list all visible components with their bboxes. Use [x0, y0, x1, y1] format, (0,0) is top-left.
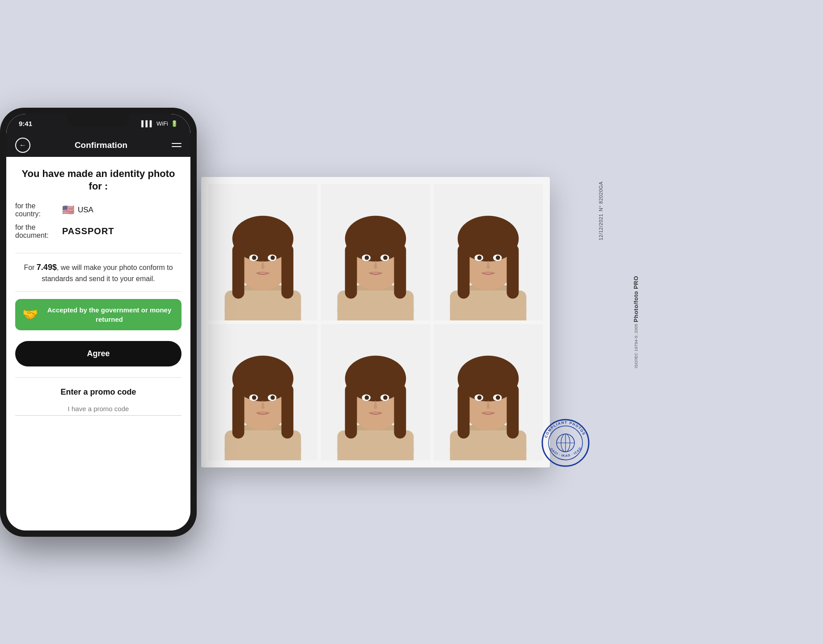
country-row: for the country: 🇺🇸 USA [15, 202, 181, 218]
price-amount: 7.49$ [37, 263, 57, 272]
menu-line-1 [172, 143, 181, 144]
phone-notch [67, 114, 130, 126]
info-section: for the country: 🇺🇸 USA for the document… [15, 202, 181, 253]
country-value: 🇺🇸 USA [62, 204, 93, 216]
back-icon: ← [19, 141, 26, 149]
svg-point-49 [270, 395, 275, 400]
svg-rect-32 [458, 244, 470, 299]
guarantee-banner: 🤝 Accepted by the government or money re… [15, 299, 181, 330]
photo-cell-1 [208, 184, 317, 320]
sheet-standard: ISO/IEC 19794-5: 2005 [634, 324, 638, 368]
wifi-icon: WiFi [156, 120, 168, 127]
country-flag: 🇺🇸 [62, 204, 74, 216]
svg-rect-9 [281, 244, 293, 299]
photo-sheet-wrapper: N° 82020GA 12/12/2021 Photo/foto PRO ISO… [201, 177, 550, 467]
country-name: USA [78, 206, 93, 215]
svg-point-48 [252, 395, 257, 400]
handshake-icon: 🤝 [22, 307, 38, 322]
svg-point-12 [252, 255, 257, 260]
svg-point-13 [270, 255, 275, 260]
price-text: For 7.49$, we will make your photo confo… [15, 261, 181, 284]
svg-point-73 [496, 395, 500, 400]
back-button[interactable]: ← [15, 138, 30, 153]
compliance-stamp: COMPLIANT PHOTOS OACI · IKAO · ICAO · CA… [541, 418, 586, 463]
document-name: PASSPORT [62, 226, 114, 236]
promo-title: Enter a promo code [15, 387, 181, 397]
sheet-serial: N° 82020GA [598, 181, 604, 211]
country-label: for the country: [15, 202, 62, 218]
svg-rect-69 [506, 384, 519, 438]
svg-point-72 [477, 395, 482, 400]
document-label: for the document: [15, 223, 62, 240]
photo-grid [208, 184, 543, 460]
svg-point-61 [383, 395, 388, 400]
svg-point-24 [365, 255, 369, 260]
headline-text: You have made an identity photo for : [15, 168, 181, 193]
photo-cell-5 [321, 324, 430, 460]
svg-rect-33 [506, 244, 519, 299]
svg-rect-45 [281, 384, 293, 438]
price-section: For 7.49$, we will make your photo confo… [15, 253, 181, 292]
phone-body: 9:41 ▌▌▌ WiFi 🔋 ← Confirmation [0, 108, 197, 537]
status-icons: ▌▌▌ WiFi 🔋 [141, 120, 178, 127]
promo-section: Enter a promo code [15, 383, 181, 419]
svg-point-36 [477, 255, 482, 260]
photo-cell-2 [321, 184, 430, 320]
svg-rect-57 [394, 384, 406, 438]
divider [15, 377, 181, 378]
sheet-brand: Photo/foto PRO [633, 276, 639, 322]
menu-line-2 [172, 146, 181, 147]
svg-point-25 [383, 255, 388, 260]
status-time: 9:41 [19, 120, 32, 127]
price-text-after: , we will make your photo conform to sta… [42, 264, 173, 282]
promo-input[interactable] [15, 402, 181, 416]
photo-cell-4 [208, 324, 317, 460]
svg-rect-20 [345, 244, 357, 299]
document-value: PASSPORT [62, 226, 114, 236]
svg-point-37 [496, 255, 500, 260]
menu-button[interactable] [172, 143, 181, 147]
svg-point-60 [365, 395, 369, 400]
svg-rect-8 [232, 244, 245, 299]
photo-sheet: N° 82020GA 12/12/2021 Photo/foto PRO ISO… [201, 177, 550, 467]
price-text-before: For [24, 264, 36, 271]
svg-rect-44 [232, 384, 245, 438]
phone-screen: 9:41 ▌▌▌ WiFi 🔋 ← Confirmation [6, 114, 190, 530]
sheet-date: 12/12/2021 [598, 214, 604, 240]
document-row: for the document: PASSPORT [15, 223, 181, 240]
photo-cell-6 [434, 324, 543, 460]
nav-bar: ← Confirmation [6, 134, 190, 157]
guarantee-text: Accepted by the government or money retu… [44, 305, 174, 324]
phone-mockup: 9:41 ▌▌▌ WiFi 🔋 ← Confirmation [0, 108, 206, 537]
agree-button[interactable]: Agree [15, 341, 181, 366]
svg-rect-68 [458, 384, 470, 438]
nav-title: Confirmation [75, 140, 127, 150]
battery-icon: 🔋 [171, 120, 178, 127]
photo-cell-3 [434, 184, 543, 320]
screen-content: You have made an identity photo for : fo… [6, 157, 190, 530]
svg-rect-56 [345, 384, 357, 438]
signal-icon: ▌▌▌ [141, 120, 154, 127]
svg-rect-21 [394, 244, 406, 299]
